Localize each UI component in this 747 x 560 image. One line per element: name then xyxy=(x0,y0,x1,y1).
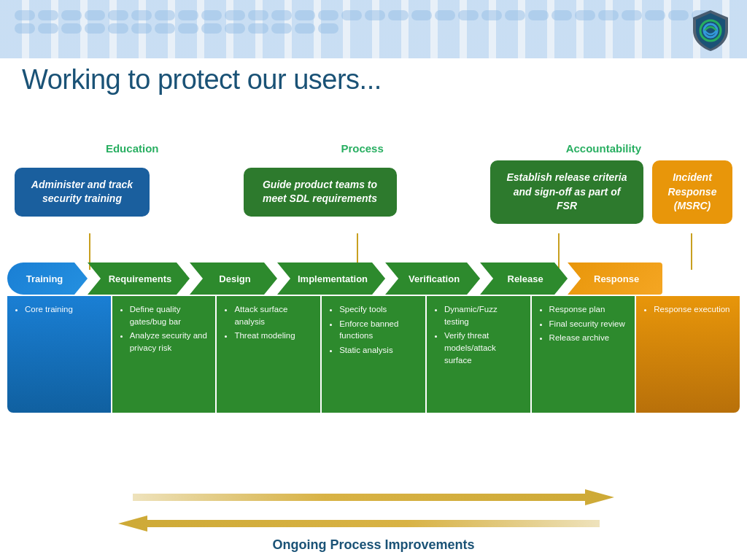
list-item: Enforce banned functions xyxy=(339,318,418,342)
list-item: Attack surface analysis xyxy=(234,303,313,327)
content-cards: Core training Define quality gates/bug b… xyxy=(7,296,740,413)
list-item: Final security review xyxy=(549,318,628,330)
list-item: Define quality gates/bug bar xyxy=(130,303,209,327)
process-box: Guide product teams to meet SDL requirem… xyxy=(244,168,397,217)
education-box: Administer and track security training xyxy=(15,168,150,217)
list-item: Static analysis xyxy=(339,344,418,357)
logo xyxy=(689,9,732,52)
list-item: Threat modeling xyxy=(234,330,313,342)
card-requirements: Define quality gates/bug barAnalyze secu… xyxy=(112,296,216,413)
pipeline-requirements: Requirements xyxy=(88,262,190,295)
card-response: Response execution xyxy=(636,296,740,413)
accountability-label: Accountability xyxy=(566,142,641,155)
pipeline-release: Release xyxy=(480,262,568,295)
back-arrow xyxy=(118,514,600,533)
list-item: Verify threat models/attack surface xyxy=(444,330,523,366)
card-design: Attack surface analysisThreat modeling xyxy=(217,296,320,413)
main-title: Working to protect our users... xyxy=(22,64,382,96)
arrow-container xyxy=(118,485,629,536)
list-item: Specify tools xyxy=(339,303,418,316)
card-release: Response planFinal security reviewReleas… xyxy=(532,296,635,413)
process-label: Process xyxy=(341,142,383,155)
pipeline-design: Design xyxy=(190,262,277,295)
pipeline-implementation: Implementation xyxy=(277,262,385,295)
list-item: Response execution xyxy=(654,303,732,316)
card-verification: Dynamic/Fuzz testingVerify threat models… xyxy=(427,296,530,413)
list-item: Response plan xyxy=(549,303,628,316)
pipeline-response: Response xyxy=(568,262,662,295)
list-item: Analyze security and privacy risk xyxy=(130,330,209,354)
dna-pattern xyxy=(0,6,747,38)
ongoing-section: Ongoing Process Improvements xyxy=(0,485,747,553)
list-item: Core training xyxy=(25,303,104,316)
pipeline-verification: Verification xyxy=(385,262,480,295)
pipeline: Training Requirements Design Implementat… xyxy=(7,262,740,295)
card-implementation: Specify toolsEnforce banned functionsSta… xyxy=(322,296,425,413)
list-item: Release archive xyxy=(549,332,628,344)
header-pattern xyxy=(0,0,747,58)
education-label: Education xyxy=(106,142,159,155)
ongoing-label: Ongoing Process Improvements xyxy=(272,537,474,553)
list-item: Dynamic/Fuzz testing xyxy=(444,303,523,327)
card-training: Core training xyxy=(7,296,111,413)
accountability-box: Establish release criteria and sign-off … xyxy=(490,160,643,224)
top-boxes: Administer and track security training G… xyxy=(15,160,732,224)
forward-arrow xyxy=(133,488,614,507)
category-labels: Education Process Accountability xyxy=(0,142,747,155)
incident-box: Incident Response (MSRC) xyxy=(652,160,732,224)
pipeline-training: Training xyxy=(7,262,88,295)
